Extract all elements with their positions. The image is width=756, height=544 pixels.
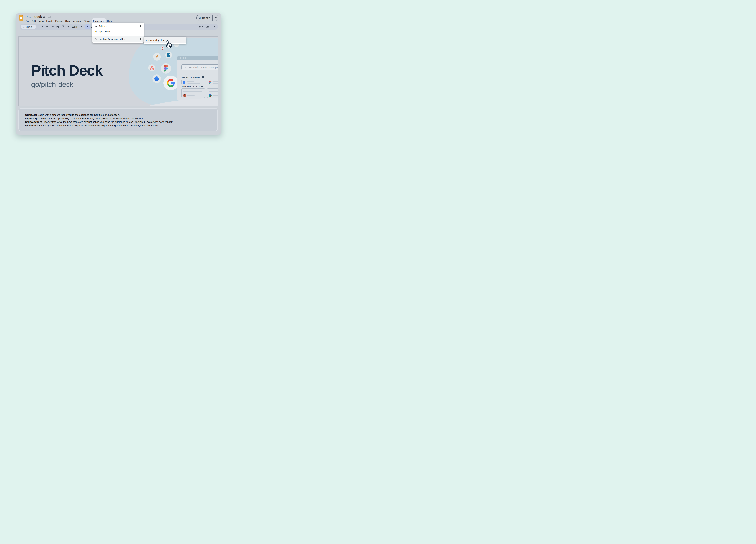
undo-button[interactable] bbox=[46, 25, 49, 28]
redact-square bbox=[202, 76, 204, 78]
slide-title[interactable]: Pitch Deck bbox=[31, 62, 102, 79]
add-on-icon bbox=[94, 38, 97, 41]
redact-square bbox=[201, 86, 203, 88]
paper-arrow-icon bbox=[153, 53, 161, 61]
recent-card-figma bbox=[207, 80, 218, 85]
menu-arrange[interactable]: Arrange bbox=[73, 19, 81, 23]
notes-line: Call to Action: Clearly state what the n… bbox=[25, 120, 213, 124]
slide-canvas[interactable]: g bbox=[18, 36, 218, 106]
browser-header bbox=[177, 56, 218, 60]
record-button[interactable] bbox=[206, 25, 209, 28]
new-slide-button[interactable] bbox=[37, 25, 40, 28]
zoom-in-button[interactable] bbox=[67, 25, 70, 28]
figma-icon bbox=[209, 81, 211, 84]
trello-icon bbox=[165, 52, 172, 58]
menu-item-add-ons[interactable]: Add-ons bbox=[92, 23, 144, 29]
google-slides-window: Pitch deck Slideshow File Edit View Inse… bbox=[16, 13, 221, 135]
menu-slide[interactable]: Slide bbox=[65, 19, 70, 23]
zoom-level[interactable]: 125% bbox=[72, 26, 77, 28]
menu-extensions[interactable]: Extensions bbox=[93, 19, 104, 23]
menubar: File Edit View Insert Format Slide Arran… bbox=[16, 19, 221, 23]
select-cursor-icon bbox=[86, 25, 89, 28]
browser-body: Search documents, tasks, people RECENTLY… bbox=[177, 60, 218, 100]
redo-button[interactable] bbox=[51, 25, 54, 28]
window-dot bbox=[180, 57, 182, 59]
menu-item-apps-script[interactable]: Apps Script bbox=[92, 29, 144, 34]
search-icon bbox=[23, 26, 25, 28]
notes-line: Gratitude: Begin with a sincere thank yo… bbox=[25, 113, 213, 117]
collapse-toolbar-button[interactable] bbox=[213, 25, 216, 28]
mock-search-placeholder: Search documents, tasks, people bbox=[189, 66, 218, 69]
window-dot bbox=[182, 57, 184, 59]
greenhouse-icon: g bbox=[161, 46, 164, 50]
menu-help[interactable]: Help bbox=[107, 19, 112, 23]
paint-format-button[interactable] bbox=[62, 25, 65, 28]
new-slide-caret-icon[interactable] bbox=[42, 26, 43, 27]
move-folder-icon[interactable] bbox=[47, 15, 51, 19]
menu-view[interactable]: View bbox=[39, 19, 44, 23]
document-title[interactable]: Pitch deck bbox=[25, 15, 42, 19]
section-announcements: ANNOUNCEMENTS bbox=[182, 86, 203, 88]
figma-icon bbox=[161, 63, 171, 74]
mock-search-input: Search documents, tasks, people bbox=[181, 64, 218, 70]
notes-line: Questions: Encourage the audience to ask… bbox=[25, 124, 213, 128]
submenu-arrow-icon bbox=[140, 38, 142, 40]
search-icon bbox=[184, 66, 187, 69]
slideshow-label: Slideshow bbox=[197, 16, 212, 19]
extensions-dropdown-menu: Add-ons Apps Script bbox=[92, 23, 144, 43]
menu-tools[interactable]: Tools bbox=[84, 19, 90, 23]
menu-edit[interactable]: Edit bbox=[32, 19, 36, 23]
add-on-icon bbox=[94, 25, 97, 27]
submenu-arrow-icon bbox=[140, 25, 142, 27]
menu-file[interactable]: File bbox=[26, 19, 29, 23]
star-icon[interactable] bbox=[42, 15, 45, 19]
select-tool-active[interactable] bbox=[85, 24, 90, 29]
apps-script-icon bbox=[94, 30, 97, 33]
print-button[interactable] bbox=[56, 25, 59, 28]
jira-icon bbox=[152, 75, 161, 83]
zoom-caret-icon[interactable] bbox=[81, 26, 82, 27]
menu-item-golinks[interactable]: GoLinks for Google Slides bbox=[92, 36, 144, 42]
section-recently-viewed: RECENTLY VIEWED bbox=[182, 76, 204, 78]
illustration-browser-window: Search documents, tasks, people RECENTLY… bbox=[177, 56, 218, 100]
menu-format[interactable]: Format bbox=[55, 19, 63, 23]
menus-label: Menus bbox=[26, 26, 32, 28]
google-g-icon bbox=[163, 76, 178, 90]
pointer-caret-icon[interactable] bbox=[202, 26, 203, 27]
speaker-notes-panel[interactable]: Gratitude: Begin with a sincere thank yo… bbox=[18, 108, 218, 131]
logo-frame bbox=[20, 17, 22, 19]
screenshot-stage: Pitch deck Slideshow File Edit View Inse… bbox=[0, 0, 237, 148]
menu-insert[interactable]: Insert bbox=[46, 19, 52, 23]
notes-line: Express appreciation for the opportunity… bbox=[25, 117, 213, 121]
google-docs-icon bbox=[183, 81, 185, 84]
slideshow-caret-icon[interactable] bbox=[215, 17, 217, 18]
illustration-wave bbox=[115, 96, 218, 106]
logo-fold bbox=[22, 15, 23, 16]
menus-search-chip[interactable]: Menus bbox=[21, 25, 36, 29]
slide-subtitle[interactable]: go/pitch-deck bbox=[31, 80, 73, 89]
window-dot bbox=[185, 57, 186, 59]
laser-pointer-button[interactable] bbox=[199, 25, 202, 28]
recent-card-docs bbox=[181, 80, 205, 85]
asana-icon bbox=[148, 64, 155, 71]
